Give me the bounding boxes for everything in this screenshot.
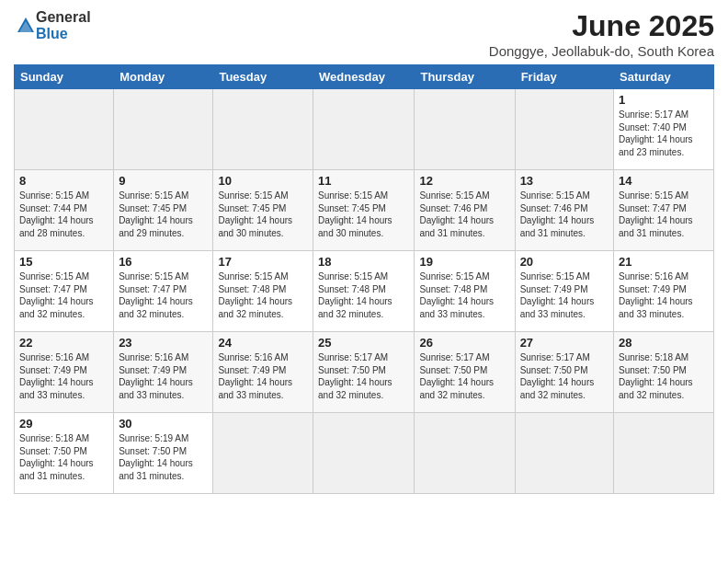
day-number: 25 bbox=[318, 336, 409, 350]
calendar-week-row: 8 Sunrise: 5:15 AMSunset: 7:44 PMDayligh… bbox=[15, 170, 714, 251]
calendar-cell: 23 Sunrise: 5:16 AMSunset: 7:49 PMDaylig… bbox=[114, 332, 213, 413]
calendar-cell: 21 Sunrise: 5:16 AMSunset: 7:49 PMDaylig… bbox=[614, 251, 714, 332]
calendar-week-row: 22 Sunrise: 5:16 AMSunset: 7:49 PMDaylig… bbox=[15, 332, 714, 413]
logo: General Blue bbox=[14, 9, 91, 42]
day-number: 9 bbox=[119, 174, 208, 188]
calendar-cell bbox=[213, 89, 313, 170]
day-info: Sunrise: 5:16 AMSunset: 7:49 PMDaylight:… bbox=[619, 271, 693, 319]
day-info: Sunrise: 5:15 AMSunset: 7:48 PMDaylight:… bbox=[419, 271, 494, 319]
calendar-week-row: 1 Sunrise: 5:17 AMSunset: 7:40 PMDayligh… bbox=[15, 89, 714, 170]
day-number: 8 bbox=[19, 174, 108, 188]
calendar-cell bbox=[313, 413, 415, 494]
day-number: 22 bbox=[19, 336, 108, 350]
logo-text: General Blue bbox=[36, 9, 91, 42]
header: General Blue June 2025 Donggye, Jeollabu… bbox=[14, 9, 714, 59]
day-info: Sunrise: 5:15 AMSunset: 7:45 PMDaylight:… bbox=[218, 190, 292, 238]
calendar-table: Sunday Monday Tuesday Wednesday Thursday… bbox=[14, 64, 714, 494]
day-info: Sunrise: 5:16 AMSunset: 7:49 PMDaylight:… bbox=[218, 352, 292, 400]
calendar-cell: 9 Sunrise: 5:15 AMSunset: 7:45 PMDayligh… bbox=[114, 170, 213, 251]
calendar-cell: 13 Sunrise: 5:15 AMSunset: 7:46 PMDaylig… bbox=[515, 170, 613, 251]
calendar-cell: 1 Sunrise: 5:17 AMSunset: 7:40 PMDayligh… bbox=[614, 89, 714, 170]
col-thursday: Thursday bbox=[415, 65, 515, 89]
calendar-cell: 19 Sunrise: 5:15 AMSunset: 7:48 PMDaylig… bbox=[415, 251, 515, 332]
calendar-cell: 11 Sunrise: 5:15 AMSunset: 7:45 PMDaylig… bbox=[313, 170, 415, 251]
day-info: Sunrise: 5:16 AMSunset: 7:49 PMDaylight:… bbox=[119, 352, 193, 400]
day-info: Sunrise: 5:15 AMSunset: 7:47 PMDaylight:… bbox=[119, 271, 193, 319]
calendar-cell bbox=[15, 89, 114, 170]
calendar-cell: 12 Sunrise: 5:15 AMSunset: 7:46 PMDaylig… bbox=[415, 170, 515, 251]
col-monday: Monday bbox=[114, 65, 213, 89]
day-info: Sunrise: 5:15 AMSunset: 7:49 PMDaylight:… bbox=[520, 271, 595, 319]
calendar-cell: 17 Sunrise: 5:15 AMSunset: 7:48 PMDaylig… bbox=[213, 251, 313, 332]
day-number: 20 bbox=[520, 255, 609, 269]
day-number: 28 bbox=[619, 336, 709, 350]
calendar-cell: 22 Sunrise: 5:16 AMSunset: 7:49 PMDaylig… bbox=[15, 332, 114, 413]
calendar-cell bbox=[515, 413, 613, 494]
col-wednesday: Wednesday bbox=[313, 65, 415, 89]
calendar-cell bbox=[213, 413, 313, 494]
day-number: 30 bbox=[119, 417, 208, 431]
calendar-cell: 8 Sunrise: 5:15 AMSunset: 7:44 PMDayligh… bbox=[15, 170, 114, 251]
day-info: Sunrise: 5:15 AMSunset: 7:47 PMDaylight:… bbox=[19, 271, 94, 319]
col-sunday: Sunday bbox=[15, 65, 114, 89]
day-number: 15 bbox=[19, 255, 108, 269]
calendar-cell: 30 Sunrise: 5:19 AMSunset: 7:50 PMDaylig… bbox=[114, 413, 213, 494]
calendar-cell bbox=[313, 89, 415, 170]
day-info: Sunrise: 5:17 AMSunset: 7:50 PMDaylight:… bbox=[520, 352, 595, 400]
calendar-cell bbox=[415, 89, 515, 170]
day-info: Sunrise: 5:15 AMSunset: 7:48 PMDaylight:… bbox=[218, 271, 292, 319]
day-info: Sunrise: 5:18 AMSunset: 7:50 PMDaylight:… bbox=[19, 433, 94, 481]
calendar-cell: 20 Sunrise: 5:15 AMSunset: 7:49 PMDaylig… bbox=[515, 251, 613, 332]
calendar-cell: 18 Sunrise: 5:15 AMSunset: 7:48 PMDaylig… bbox=[313, 251, 415, 332]
calendar-cell: 14 Sunrise: 5:15 AMSunset: 7:47 PMDaylig… bbox=[614, 170, 714, 251]
day-number: 10 bbox=[218, 174, 308, 188]
calendar-cell: 16 Sunrise: 5:15 AMSunset: 7:47 PMDaylig… bbox=[114, 251, 213, 332]
day-number: 23 bbox=[119, 336, 208, 350]
calendar-week-row: 15 Sunrise: 5:15 AMSunset: 7:47 PMDaylig… bbox=[15, 251, 714, 332]
title-block: June 2025 Donggye, Jeollabuk-do, South K… bbox=[489, 9, 714, 59]
day-number: 16 bbox=[119, 255, 208, 269]
col-saturday: Saturday bbox=[614, 65, 714, 89]
calendar-cell bbox=[614, 413, 714, 494]
calendar-cell bbox=[415, 413, 515, 494]
day-number: 13 bbox=[520, 174, 609, 188]
logo-icon bbox=[16, 16, 36, 36]
day-info: Sunrise: 5:17 AMSunset: 7:50 PMDaylight:… bbox=[318, 352, 392, 400]
day-info: Sunrise: 5:15 AMSunset: 7:46 PMDaylight:… bbox=[419, 190, 494, 238]
day-number: 18 bbox=[318, 255, 409, 269]
day-info: Sunrise: 5:19 AMSunset: 7:50 PMDaylight:… bbox=[119, 433, 193, 481]
calendar-week-row: 29 Sunrise: 5:18 AMSunset: 7:50 PMDaylig… bbox=[15, 413, 714, 494]
day-number: 24 bbox=[218, 336, 308, 350]
calendar-cell: 29 Sunrise: 5:18 AMSunset: 7:50 PMDaylig… bbox=[15, 413, 114, 494]
col-tuesday: Tuesday bbox=[213, 65, 313, 89]
day-info: Sunrise: 5:17 AMSunset: 7:40 PMDaylight:… bbox=[619, 109, 693, 157]
day-number: 27 bbox=[520, 336, 609, 350]
day-number: 12 bbox=[419, 174, 509, 188]
day-number: 21 bbox=[619, 255, 709, 269]
logo-blue: Blue bbox=[36, 26, 68, 41]
day-number: 26 bbox=[419, 336, 509, 350]
day-info: Sunrise: 5:15 AMSunset: 7:48 PMDaylight:… bbox=[318, 271, 392, 319]
day-info: Sunrise: 5:18 AMSunset: 7:50 PMDaylight:… bbox=[619, 352, 693, 400]
day-number: 17 bbox=[218, 255, 308, 269]
calendar-cell: 27 Sunrise: 5:17 AMSunset: 7:50 PMDaylig… bbox=[515, 332, 613, 413]
calendar-cell bbox=[114, 89, 213, 170]
day-number: 29 bbox=[19, 417, 108, 431]
day-info: Sunrise: 5:15 AMSunset: 7:45 PMDaylight:… bbox=[318, 190, 392, 238]
logo-general: General bbox=[36, 9, 91, 25]
calendar-cell: 10 Sunrise: 5:15 AMSunset: 7:45 PMDaylig… bbox=[213, 170, 313, 251]
day-number: 1 bbox=[619, 93, 709, 107]
calendar-cell: 26 Sunrise: 5:17 AMSunset: 7:50 PMDaylig… bbox=[415, 332, 515, 413]
calendar-cell: 24 Sunrise: 5:16 AMSunset: 7:49 PMDaylig… bbox=[213, 332, 313, 413]
day-number: 14 bbox=[619, 174, 709, 188]
location-subtitle: Donggye, Jeollabuk-do, South Korea bbox=[489, 43, 714, 59]
col-friday: Friday bbox=[515, 65, 613, 89]
page-container: General Blue June 2025 Donggye, Jeollabu… bbox=[0, 0, 728, 503]
calendar-cell: 25 Sunrise: 5:17 AMSunset: 7:50 PMDaylig… bbox=[313, 332, 415, 413]
calendar-cell: 15 Sunrise: 5:15 AMSunset: 7:47 PMDaylig… bbox=[15, 251, 114, 332]
day-number: 11 bbox=[318, 174, 409, 188]
day-info: Sunrise: 5:15 AMSunset: 7:46 PMDaylight:… bbox=[520, 190, 595, 238]
day-info: Sunrise: 5:15 AMSunset: 7:45 PMDaylight:… bbox=[119, 190, 193, 238]
day-info: Sunrise: 5:15 AMSunset: 7:47 PMDaylight:… bbox=[619, 190, 693, 238]
day-info: Sunrise: 5:17 AMSunset: 7:50 PMDaylight:… bbox=[419, 352, 494, 400]
